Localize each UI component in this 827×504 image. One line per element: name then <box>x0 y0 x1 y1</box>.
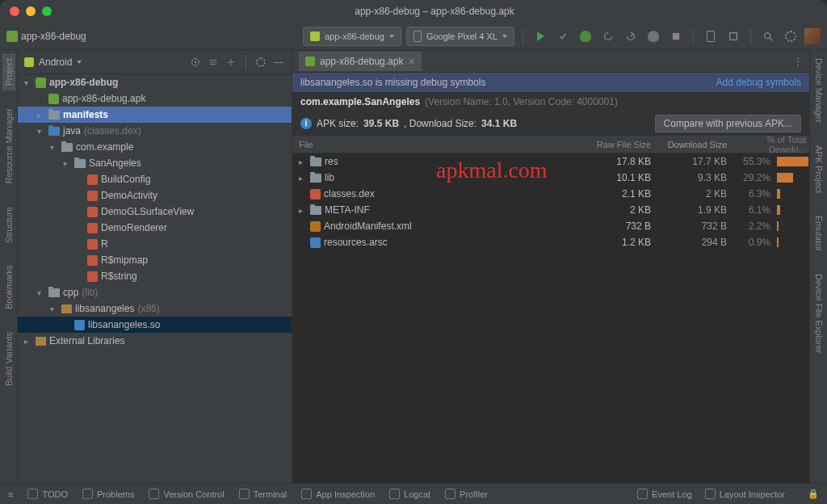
gutter-tab-build-variants[interactable]: Build Variants <box>2 327 15 391</box>
zoom-window-button[interactable] <box>42 6 52 16</box>
file-row[interactable]: resources.arsc1.2 KB294 B0.9% <box>292 234 809 250</box>
sdk-manager-button[interactable] <box>724 27 742 45</box>
status-logcat[interactable]: Logcat <box>389 489 430 499</box>
gutter-tab-resource-manager[interactable]: Resource Manager <box>2 103 15 189</box>
svg-rect-1 <box>730 32 737 40</box>
profiler-button[interactable] <box>622 27 640 45</box>
cell-raw: 10.1 KB <box>588 172 661 183</box>
col-file[interactable]: File <box>292 140 588 149</box>
apk-icon <box>305 57 315 66</box>
left-tool-gutter: ProjectResource ManagerStructureBookmark… <box>0 50 18 483</box>
run-button[interactable] <box>531 27 549 45</box>
status-todo[interactable]: TODO <box>27 489 68 499</box>
project-scope[interactable]: Android <box>39 57 72 68</box>
tree-row[interactable]: java (classes.dex) <box>18 123 292 139</box>
tool-window-settings-button[interactable] <box>254 56 267 69</box>
status-icon <box>705 489 716 499</box>
cell-dl: 9.3 KB <box>661 172 733 183</box>
search-button[interactable] <box>759 27 777 45</box>
apply-changes-button[interactable] <box>554 27 572 45</box>
gutter-tab-emulator[interactable]: Emulator <box>812 211 825 256</box>
apk-contents[interactable]: res17.8 KB17.7 KB55.3%lib10.1 KB9.3 KB29… <box>292 153 809 250</box>
tab-options-button[interactable]: ⋮ <box>793 56 803 67</box>
file-row[interactable]: META-INF2 KB1.9 KB6.1% <box>292 202 809 218</box>
gutter-tab-structure[interactable]: Structure <box>2 202 15 248</box>
gutter-tab-bookmarks[interactable]: Bookmarks <box>2 260 15 314</box>
device-dropdown[interactable]: Google Pixel 4 XL <box>406 27 514 46</box>
tree-row[interactable]: BuildConfig <box>18 171 292 187</box>
tree-row[interactable]: DemoRenderer <box>18 220 292 236</box>
cell-raw: 17.8 KB <box>588 156 661 167</box>
col-dl[interactable]: Download Size <box>661 140 733 149</box>
col-raw[interactable]: Raw File Size <box>588 140 661 149</box>
collapse-all-button[interactable] <box>225 56 237 69</box>
tree-arrow-icon <box>50 141 58 153</box>
tree-label: manifests <box>63 109 108 120</box>
cell-dl: 2 KB <box>661 188 733 200</box>
gutter-tab-device-manager[interactable]: Device Manager <box>812 53 825 128</box>
minimize-window-button[interactable] <box>26 6 36 16</box>
tree-label: R <box>101 238 108 250</box>
debug-button[interactable] <box>577 27 594 45</box>
size-bar <box>777 173 793 183</box>
editor-tab[interactable]: app-x86-debug.apk × <box>299 52 422 71</box>
add-debug-symbols-link[interactable]: Add debug symbols <box>716 77 801 88</box>
status-problems[interactable]: Problems <box>82 489 134 499</box>
tree-row[interactable]: R$string <box>18 268 292 284</box>
tree-row[interactable]: cpp (lib) <box>18 284 292 300</box>
tree-row[interactable]: DemoActivity <box>18 187 292 204</box>
run-config-dropdown[interactable]: app-x86-debug <box>303 27 401 46</box>
tree-row[interactable]: manifests <box>18 107 292 123</box>
status-terminal[interactable]: Terminal <box>239 489 288 499</box>
file-row[interactable]: AndroidManifest.xml732 B732 B2.2% <box>292 218 809 234</box>
tree-row[interactable]: app-x86-debug.apk <box>18 90 292 107</box>
tree-label: External Libraries <box>49 335 124 346</box>
tree-row[interactable]: SanAngeles <box>18 155 292 171</box>
gutter-tab-device-file-explorer[interactable]: Device File Explorer <box>812 269 825 358</box>
status-app-inspection[interactable]: App Inspection <box>301 489 375 499</box>
expand-all-button[interactable] <box>207 56 220 69</box>
tree-row[interactable]: R$mipmap <box>18 252 292 268</box>
tree-row[interactable]: com.example <box>18 139 292 155</box>
settings-button[interactable] <box>782 27 800 45</box>
tree-row[interactable]: app-x86-debug <box>18 74 292 90</box>
tree-row[interactable]: libsanangeles (x86) <box>18 300 292 317</box>
tree-label: java <box>63 125 81 136</box>
hide-button[interactable]: — <box>272 56 285 69</box>
cell-pct: 6.1% <box>733 204 774 216</box>
file-row[interactable]: lib10.1 KB9.3 KB29.2% <box>292 170 809 186</box>
status-icon <box>445 489 455 499</box>
dl-size: 34.1 KB <box>481 118 517 129</box>
select-open-file-button[interactable] <box>189 56 202 69</box>
tree-row[interactable]: R <box>18 236 292 252</box>
status-profiler[interactable]: Profiler <box>445 489 488 499</box>
stop-button[interactable] <box>667 27 685 45</box>
avd-manager-button[interactable] <box>702 27 720 45</box>
attach-debugger-button[interactable] <box>644 27 662 45</box>
status-event-log[interactable]: Event Log <box>637 489 692 499</box>
tree-row[interactable]: DemoGLSurfaceView <box>18 204 292 220</box>
size-bar <box>777 189 780 199</box>
gutter-tab-project[interactable]: Project <box>2 53 15 90</box>
status-version-control[interactable]: Version Control <box>149 489 224 499</box>
col-pct[interactable]: % of Total Downlo... <box>733 135 809 154</box>
compare-apk-button[interactable]: Compare with previous APK... <box>655 115 801 132</box>
file-row[interactable]: classes.dex2.1 KB2 KB6.3% <box>292 186 809 202</box>
user-avatar[interactable] <box>804 28 821 44</box>
dl-size-label: , Download Size: <box>404 118 476 129</box>
breadcrumb[interactable]: app-x86-debug <box>6 31 86 42</box>
status-toggle[interactable]: ≡ <box>8 489 13 499</box>
status-layout-inspector[interactable]: Layout Inspector <box>705 489 785 499</box>
package-info: com.example.SanAngeles (Version Name: 1.… <box>292 92 809 111</box>
file-row[interactable]: res17.8 KB17.7 KB55.3% <box>292 153 809 170</box>
lock-icon[interactable]: 🔒 <box>808 489 819 499</box>
close-window-button[interactable] <box>10 6 19 16</box>
separator <box>750 29 751 44</box>
tree-row[interactable]: libsanangeles.so <box>18 317 292 333</box>
tree-row[interactable]: External Libraries <box>18 333 292 349</box>
close-tab-button[interactable]: × <box>408 55 414 68</box>
tree-arrow-icon <box>24 335 32 346</box>
gutter-tab-apk-project[interactable]: APK Project <box>812 141 825 198</box>
project-tree[interactable]: app-x86-debugapp-x86-debug.apkmanifestsj… <box>18 74 292 483</box>
coverage-button[interactable] <box>599 27 617 45</box>
